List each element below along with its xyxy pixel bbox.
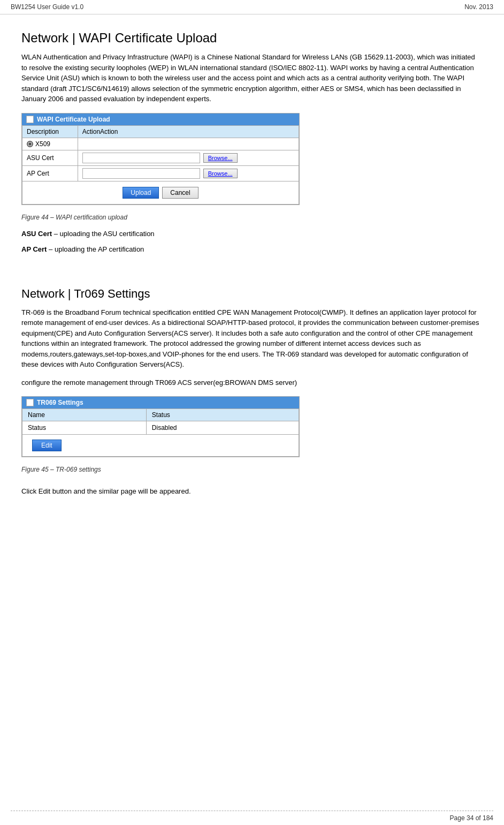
tr069-row1: Status Disabled: [22, 421, 299, 435]
tr069-edit-cell: Edit: [22, 435, 299, 457]
spacer2: [21, 481, 483, 486]
wapi-row3-action: Browse...: [78, 165, 299, 181]
ap-cert-input[interactable]: [82, 168, 200, 179]
wapi-figure-title: WAPI Certificate Upload: [37, 116, 110, 123]
page-info: Page 34 of 184: [0, 811, 504, 825]
header-right: Nov. 2013: [464, 3, 493, 11]
header: BW1254 User Guide v1.0 Nov. 2013: [0, 0, 504, 14]
tr069-row1-status: Disabled: [146, 421, 299, 435]
asu-cert-browse[interactable]: Browse...: [203, 153, 238, 163]
wapi-action-cell: Upload Cancel: [22, 181, 299, 204]
tr069-col2: Status: [146, 409, 299, 421]
tr069-figure-titlebar: TR069 Settings: [22, 397, 299, 408]
section1-body: WLAN Authentication and Privacy Infrastr…: [21, 52, 483, 104]
section2-body3: Click Edit button and the similar page w…: [21, 486, 483, 497]
header-left: BW1254 User Guide v1.0: [11, 3, 83, 11]
wapi-figure-titlebar: WAPI Certificate Upload: [22, 113, 299, 125]
tr069-caption: Figure 45 – TR-069 settings: [21, 466, 483, 473]
section2-title: Network | Tr069 Settings: [21, 287, 483, 301]
wapi-row1-label: X509: [22, 138, 78, 150]
main-content: Network | WAPI Certificate Upload WLAN A…: [0, 14, 504, 536]
wapi-row2: ASU Cert Browse...: [22, 150, 299, 165]
x509-radio[interactable]: [27, 141, 33, 147]
asu-cert-desc-text: – uploading the ASU certification: [54, 230, 155, 238]
page-number: Page 34 of 184: [450, 814, 493, 822]
tr069-col1: Name: [22, 409, 147, 421]
cancel-button[interactable]: Cancel: [162, 187, 198, 199]
wapi-figure: WAPI Certificate Upload Description Acti…: [21, 113, 300, 205]
wapi-row1: X509: [22, 138, 299, 150]
wapi-col2: ActionAction: [78, 125, 299, 138]
footer: Page 34 of 184: [0, 811, 504, 825]
upload-button[interactable]: Upload: [123, 187, 159, 199]
tr069-table: Name Status Status Disabled Edit: [22, 408, 299, 457]
section2-body2: configure the remote management through …: [21, 377, 483, 388]
wapi-col1: Description: [22, 125, 78, 138]
asu-cert-term: ASU Cert: [21, 230, 52, 238]
wapi-table: Description ActionAction X509 ASU Cert: [22, 125, 299, 205]
ap-cert-desc: AP Cert – uploading the AP certification: [21, 244, 483, 255]
tr069-figure: TR069 Settings Name Status Status Disabl…: [21, 396, 300, 457]
ap-cert-term: AP Cert: [21, 245, 47, 253]
edit-button[interactable]: Edit: [32, 440, 62, 451]
section1-title: Network | WAPI Certificate Upload: [21, 31, 483, 46]
wapi-title-icon: [26, 116, 34, 123]
wapi-row3: AP Cert Browse...: [22, 165, 299, 181]
wapi-row2-action: Browse...: [78, 150, 299, 165]
wapi-caption: Figure 44 – WAPI certification upload: [21, 214, 483, 221]
spacer1: [21, 260, 483, 271]
tr069-figure-title: TR069 Settings: [37, 399, 83, 406]
ap-cert-browse[interactable]: Browse...: [203, 169, 238, 178]
tr069-row1-name: Status: [22, 421, 147, 435]
wapi-row1-text: X509: [35, 140, 50, 148]
asu-cert-input[interactable]: [82, 153, 200, 163]
ap-cert-desc-text: – uploading the AP certification: [49, 245, 144, 253]
section2-body1: TR-069 is the Broadband Forum technical …: [21, 307, 483, 370]
asu-cert-desc: ASU Cert – uploading the ASU certificati…: [21, 229, 483, 239]
wapi-row3-label: AP Cert: [22, 165, 78, 181]
wapi-action-row: Upload Cancel: [22, 181, 299, 204]
wapi-row2-label: ASU Cert: [22, 150, 78, 165]
tr069-edit-row: Edit: [22, 435, 299, 457]
wapi-row1-action: [78, 138, 299, 150]
tr069-title-icon: [26, 399, 34, 406]
